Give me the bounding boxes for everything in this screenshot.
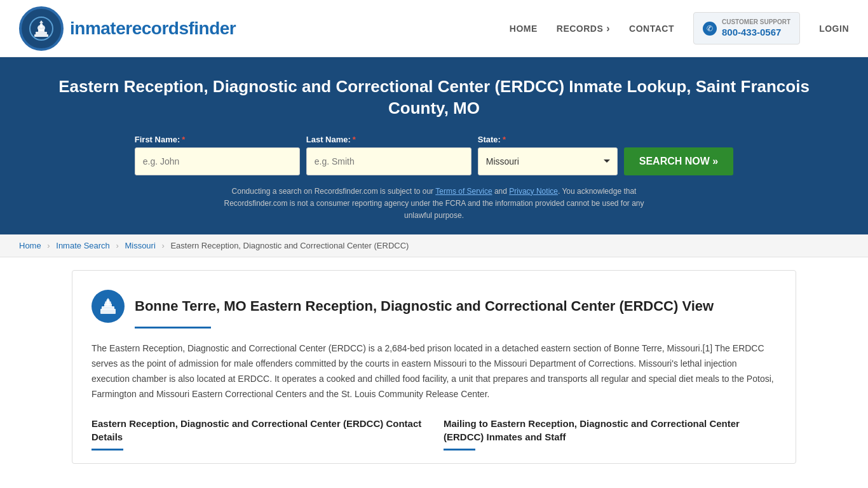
state-select[interactable]: Missouri (478, 147, 618, 175)
hero-section: Eastern Reception, Diagnostic and Correc… (0, 57, 868, 234)
site-header: inmaterecordsfinder HOME RECORDS CONTACT… (0, 0, 868, 57)
svg-rect-5 (40, 23, 43, 28)
search-button[interactable]: SEARCH NOW » (624, 147, 733, 175)
support-text: CUSTOMER SUPPORT 800-433-0567 (722, 18, 790, 39)
logo-area: inmaterecordsfinder (19, 6, 236, 51)
card-description: The Eastern Reception, Diagnostic and Co… (92, 341, 776, 402)
svg-marker-12 (106, 298, 110, 301)
col-mailing-title: Mailing to Eastern Reception, Diagnostic… (444, 417, 776, 444)
nav-contact[interactable]: CONTACT (629, 24, 674, 34)
col-mailing-details: Mailing to Eastern Reception, Diagnostic… (444, 417, 776, 451)
hero-title: Eastern Reception, Diagnostic and Correc… (32, 76, 836, 119)
card-header: Bonne Terre, MO Eastern Reception, Diagn… (92, 290, 776, 323)
title-underline (135, 327, 211, 329)
facility-icon (92, 290, 125, 323)
breadcrumb-state[interactable]: Missouri (125, 241, 155, 250)
search-form: First Name:* Last Name:* State:* Missour… (32, 135, 836, 175)
headphone-icon: ✆ (703, 22, 717, 36)
col-contact-underline (92, 449, 123, 451)
content-card: Bonne Terre, MO Eastern Reception, Diagn… (72, 270, 796, 464)
first-name-input[interactable] (135, 147, 300, 175)
privacy-link[interactable]: Privacy Notice (509, 187, 558, 196)
customer-support-box[interactable]: ✆ CUSTOMER SUPPORT 800-433-0567 (693, 12, 800, 44)
card-title: Bonne Terre, MO Eastern Reception, Diagn… (135, 298, 714, 315)
nav-home[interactable]: HOME (510, 24, 538, 34)
logo-icon (19, 6, 64, 51)
last-name-group: Last Name:* (306, 135, 471, 175)
nav-records[interactable]: RECORDS (557, 23, 610, 34)
svg-rect-2 (36, 32, 47, 34)
logo-text: inmaterecordsfinder (70, 18, 236, 39)
first-name-label: First Name:* (135, 135, 186, 144)
svg-rect-7 (100, 309, 116, 314)
breadcrumb-home[interactable]: Home (19, 241, 41, 250)
hero-disclaimer: Conducting a search on Recordsfinder.com… (212, 186, 656, 222)
breadcrumb-inmate-search[interactable]: Inmate Search (56, 241, 110, 250)
main-content: Bonne Terre, MO Eastern Reception, Diagn… (53, 270, 815, 464)
last-name-label: Last Name:* (306, 135, 356, 144)
first-name-group: First Name:* (135, 135, 300, 175)
terms-link[interactable]: Terms of Service (435, 187, 492, 196)
state-label: State:* (478, 135, 506, 144)
nav-login[interactable]: LOGIN (819, 24, 849, 34)
breadcrumb: Home › Inmate Search › Missouri › Easter… (0, 234, 868, 257)
two-column-section: Eastern Reception, Diagnostic and Correc… (92, 417, 776, 451)
col-mailing-underline (444, 449, 475, 451)
state-group: State:* Missouri (478, 135, 618, 175)
breadcrumb-current: Eastern Reception, Diagnostic and Correc… (170, 241, 409, 250)
main-nav: HOME RECORDS CONTACT ✆ CUSTOMER SUPPORT … (510, 12, 849, 44)
col-contact-title: Eastern Reception, Diagnostic and Correc… (92, 417, 424, 444)
col-contact-details: Eastern Reception, Diagnostic and Correc… (92, 417, 424, 451)
last-name-input[interactable] (306, 147, 471, 175)
svg-rect-1 (34, 34, 48, 37)
